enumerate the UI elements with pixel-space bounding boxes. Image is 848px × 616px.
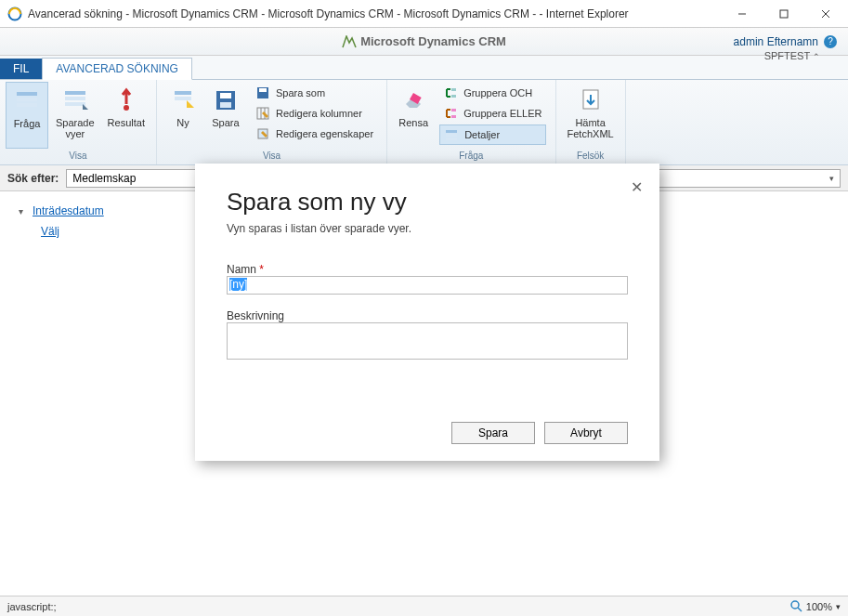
window-titlebar: Avancerad sökning - Microsoft Dynamics C…: [0, 0, 848, 28]
ribbon-edit-columns-label: Redigera kolumner: [276, 108, 362, 119]
svg-rect-10: [65, 102, 85, 106]
svg-rect-17: [220, 93, 231, 98]
status-bar: javascript:; 100% ▾: [0, 596, 848, 616]
ribbon-clear-button[interactable]: Rensa: [393, 82, 434, 149]
window-title: Avancerad sökning - Microsoft Dynamics C…: [28, 7, 721, 20]
ribbon: Fråga Sparade vyer Resultat Visa Ny Spar…: [0, 80, 848, 165]
row-expander-icon[interactable]: ▾: [19, 206, 23, 216]
ribbon-save-as-button[interactable]: Spara som: [252, 84, 377, 102]
ribbon-new-button[interactable]: Ny: [163, 82, 203, 149]
ribbon-results-label: Resultat: [108, 117, 145, 128]
ribbon-clear-label: Rensa: [398, 117, 428, 128]
ribbon-fetchxml-label: Hämta FetchXML: [568, 117, 614, 139]
group-or-icon: [443, 106, 458, 121]
ribbon-fetchxml-button[interactable]: Hämta FetchXML: [562, 82, 620, 149]
fetchxml-icon: [576, 85, 606, 115]
query-select-link[interactable]: Välj: [41, 225, 59, 238]
ribbon-query-button[interactable]: Fråga: [6, 82, 48, 149]
ribbon-save-button[interactable]: Spara: [205, 82, 246, 149]
svg-rect-31: [446, 134, 457, 137]
svg-marker-15: [187, 100, 194, 108]
name-input-value: [ny]: [229, 278, 247, 291]
new-icon: [168, 85, 198, 115]
ribbon-saved-views-button[interactable]: Sparade vyer: [50, 82, 100, 149]
saved-views-icon: [60, 85, 90, 115]
status-text: javascript:;: [7, 601, 57, 612]
crm-header: Microsoft Dynamics CRM admin Efternamn ?…: [0, 28, 848, 56]
ribbon-group-and-label: Gruppera OCH: [463, 87, 532, 98]
name-field-label: Namn: [227, 263, 256, 276]
edit-columns-icon: [255, 106, 270, 121]
ribbon-save-as-label: Spara som: [276, 87, 325, 98]
crm-user-block: admin Efternamn ? SPFTEST ⌃: [734, 35, 837, 48]
ribbon-edit-properties-label: Redigera egenskaper: [276, 128, 373, 139]
svg-rect-32: [446, 138, 457, 140]
description-input[interactable]: [227, 322, 628, 360]
ie-icon: [7, 7, 22, 21]
crm-product-name: Microsoft Dynamics CRM: [360, 34, 506, 48]
ribbon-details-button[interactable]: Detaljer: [439, 125, 545, 145]
zoom-value: 100%: [806, 601, 832, 612]
svg-rect-28: [451, 109, 456, 111]
ribbon-query-label: Fråga: [14, 118, 41, 129]
ribbon-edit-properties-button[interactable]: Redigera egenskaper: [252, 125, 377, 143]
save-as-modal: ✕ Spara som ny vy Vyn sparas i listan öv…: [195, 164, 659, 461]
name-input[interactable]: [ny]: [227, 276, 628, 295]
ribbon-tabs: FIL AVANCERAD SÖKNING: [0, 56, 848, 80]
ribbon-group-or-button[interactable]: Gruppera ELLER: [439, 104, 545, 123]
chevron-down-icon: ▾: [829, 174, 834, 183]
description-field-label: Beskrivning: [227, 309, 284, 322]
modal-close-button[interactable]: ✕: [631, 178, 643, 196]
svg-rect-27: [451, 95, 456, 98]
svg-point-12: [124, 105, 129, 111]
results-icon: [111, 85, 141, 115]
svg-rect-14: [175, 97, 191, 100]
zoom-icon[interactable]: [789, 599, 802, 614]
svg-rect-30: [446, 130, 457, 133]
svg-line-35: [798, 608, 802, 611]
svg-rect-9: [65, 97, 85, 100]
query-field-link[interactable]: Inträdesdatum: [33, 204, 104, 217]
svg-rect-8: [65, 91, 85, 95]
svg-rect-18: [220, 102, 231, 108]
ribbon-group-and-button[interactable]: Gruppera OCH: [439, 84, 545, 102]
tab-file[interactable]: FIL: [0, 59, 42, 79]
tab-advanced-find[interactable]: AVANCERAD SÖKNING: [42, 58, 192, 80]
help-icon[interactable]: ?: [824, 35, 837, 48]
svg-rect-7: [17, 103, 37, 107]
details-icon: [444, 127, 459, 142]
org-chevron-icon[interactable]: ⌃: [813, 52, 820, 61]
svg-rect-2: [780, 10, 788, 18]
save-as-icon: [255, 85, 270, 100]
entity-combobox-value: Medlemskap: [72, 172, 136, 185]
svg-rect-20: [259, 88, 267, 92]
crm-logo: Microsoft Dynamics CRM: [342, 34, 506, 48]
svg-rect-26: [451, 88, 456, 91]
ribbon-group-or-label: Gruppera ELLER: [463, 108, 541, 119]
modal-save-button[interactable]: Spara: [451, 422, 535, 444]
ribbon-saved-views-label: Sparade vyer: [56, 117, 95, 139]
window-minimize-button[interactable]: [721, 0, 763, 28]
crm-org: SPFTEST: [764, 50, 810, 61]
svg-point-34: [791, 601, 799, 609]
zoom-dropdown-icon[interactable]: ▾: [836, 602, 841, 611]
modal-cancel-button[interactable]: Avbryt: [544, 422, 628, 444]
window-close-button[interactable]: [804, 0, 846, 28]
svg-rect-5: [17, 92, 37, 96]
save-icon: [211, 85, 241, 115]
clear-icon: [398, 85, 428, 115]
ribbon-results-button[interactable]: Resultat: [102, 82, 150, 149]
ribbon-group-debug: Felsök: [562, 149, 620, 163]
ribbon-new-label: Ny: [176, 117, 189, 128]
ribbon-save-label: Spara: [212, 117, 239, 128]
edit-properties-icon: [255, 126, 270, 141]
ribbon-group-view: Visa: [163, 149, 381, 163]
ribbon-edit-columns-button[interactable]: Redigera kolumner: [252, 104, 377, 123]
svg-rect-13: [175, 91, 191, 95]
ribbon-group-show: Visa: [6, 149, 150, 163]
required-asterisk: *: [259, 263, 264, 276]
modal-title: Spara som ny vy: [227, 188, 628, 216]
ribbon-group-query: Fråga: [393, 149, 549, 163]
modal-subtitle: Vyn sparas i listan över sparade vyer.: [227, 222, 628, 235]
window-maximize-button[interactable]: [763, 0, 804, 28]
